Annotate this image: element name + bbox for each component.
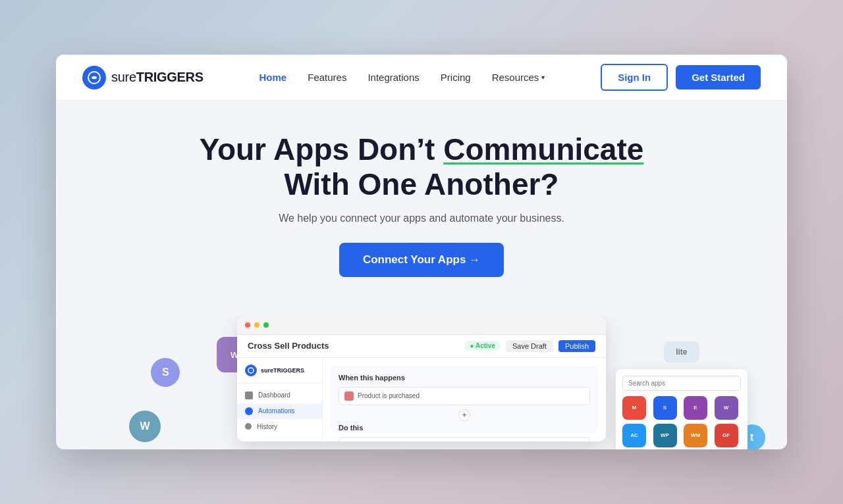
dashboard-preview: S W W lite ≡ t Cross Sell Products ● Act… (56, 316, 787, 449)
logo[interactable]: sureTRIGGERS (82, 66, 204, 89)
googleforms-icon: GF (715, 424, 738, 447)
woo-icon-grid: W (715, 396, 738, 420)
suretriggers-icon: S (653, 396, 677, 420)
nav-item-integrations[interactable]: Integrations (367, 72, 419, 84)
browser-window: sureTRIGGERS Home Features Integrations … (56, 55, 787, 449)
browser-title-bar: Cross Sell Products ● Active Save Draft … (237, 335, 606, 358)
nav-item-pricing[interactable]: Pricing (441, 72, 471, 84)
add-step-button[interactable]: + (458, 409, 470, 421)
trigger-card: When this happens Product is purchased +… (331, 366, 598, 432)
nav-item-features[interactable]: Features (308, 72, 346, 84)
connect-apps-button[interactable]: Connect Your Apps → (339, 243, 504, 277)
activecampaign-icon: AC (622, 424, 646, 447)
hero-section: Your Apps Don’t Communicate With One Ano… (56, 101, 787, 316)
flow-connector: + (339, 409, 590, 421)
sidebar-logo-icon (245, 365, 257, 376)
wordpress-icon: W (129, 411, 161, 442)
logo-icon (82, 66, 106, 89)
browser-bar (237, 316, 606, 335)
sidebar-panel: sureTRIGGERS Dashboard Automations Histo… (237, 358, 323, 440)
sidebar-logo-text: sureTRIGGERS (261, 367, 304, 374)
hero-title: Your Apps Don’t Communicate With One Ano… (82, 132, 761, 202)
save-draft-button[interactable]: Save Draft (506, 340, 553, 352)
browser-actions: ● Active Save Draft Publish (464, 340, 595, 352)
nav-links: Home Features Integrations Pricing Resou… (259, 72, 545, 84)
browser-page-title: Cross Sell Products (248, 341, 329, 351)
nav-item-resources[interactable]: Resources ▾ (492, 72, 545, 83)
lite-icon: lite (664, 341, 699, 363)
main-flow-panel: When this happens Product is purchased +… (323, 358, 606, 440)
dot-yellow (254, 322, 259, 328)
hero-subtitle: We help you connect your apps and automa… (82, 213, 761, 224)
automations-icon (245, 407, 253, 415)
main-browser-mock: Cross Sell Products ● Active Save Draft … (237, 316, 606, 441)
sidebar-item-history[interactable]: History (237, 419, 322, 434)
sidebar-item-dashboard[interactable]: Dashboard (237, 388, 322, 403)
search-apps-input[interactable] (622, 376, 741, 391)
chevron-down-icon: ▾ (541, 74, 545, 81)
trigger-item: Product is purchased (339, 387, 590, 405)
history-icon (245, 423, 252, 430)
sidebar-item-automations[interactable]: Automations (237, 403, 322, 419)
navbar: sureTRIGGERS Home Features Integrations … (56, 55, 787, 101)
nav-item-home[interactable]: Home (259, 72, 287, 84)
publish-button[interactable]: Publish (558, 340, 595, 352)
get-started-button[interactable]: Get Started (676, 65, 761, 89)
stripe-icon: S (151, 358, 180, 387)
dot-red (245, 322, 250, 328)
nav-actions: Sign In Get Started (601, 64, 761, 91)
woo-icon (344, 391, 354, 401)
svg-point-1 (248, 368, 254, 373)
ecommerce-icon: E (684, 396, 707, 420)
signin-button[interactable]: Sign In (601, 64, 668, 91)
logo-text: sureTRIGGERS (111, 70, 204, 85)
dashboard-icon (245, 391, 253, 399)
sidebar-logo-area: sureTRIGGERS (237, 365, 322, 384)
memberpress-icon: M (622, 396, 646, 420)
wpmembers-icon: WM (684, 424, 707, 447)
app-grid: M S E W AC WP WM GF (622, 396, 741, 447)
status-badge: ● Active (464, 341, 500, 351)
search-apps-panel: M S E W AC WP WM GF (616, 369, 748, 449)
dot-green (263, 322, 269, 328)
browser-content: sureTRIGGERS Dashboard Automations Histo… (237, 358, 606, 440)
wordpress-icon-grid: WP (653, 424, 677, 447)
action-item: Wait for 5 Hour(s) (339, 437, 590, 441)
